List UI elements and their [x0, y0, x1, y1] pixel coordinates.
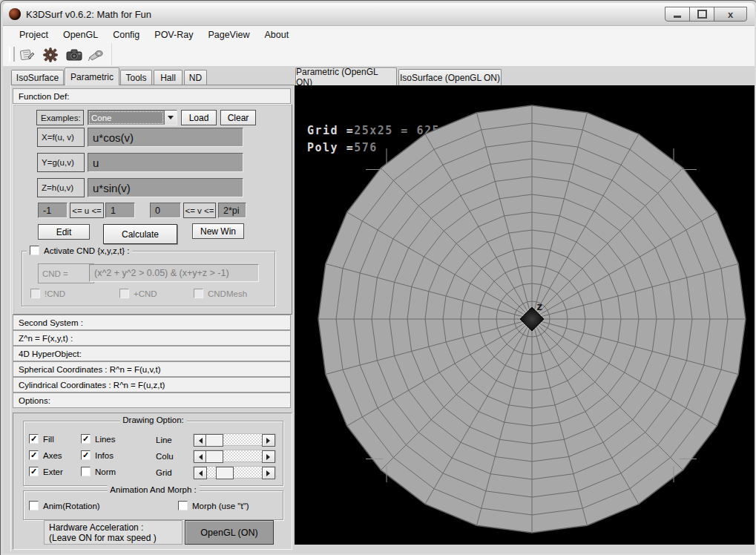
- menu-pageview[interactable]: PageView: [203, 28, 254, 42]
- menu-bar: Project OpenGL Config POV-Ray PageView A…: [3, 26, 755, 44]
- activate-cnd-checkbox[interactable]: [30, 246, 39, 255]
- minimize-button[interactable]: [665, 7, 690, 22]
- new-win-button[interactable]: New Win: [192, 223, 244, 239]
- v-max-input[interactable]: 2*pi: [218, 203, 246, 218]
- grid-slider[interactable]: [193, 466, 276, 479]
- infos-checkbox[interactable]: [81, 450, 91, 460]
- menu-about[interactable]: About: [259, 28, 294, 42]
- maximize-icon: [697, 10, 707, 19]
- menu-povray[interactable]: POV-Ray: [149, 28, 198, 42]
- opengl-toggle-button[interactable]: OpenGL (ON): [185, 520, 274, 545]
- arrow-right-icon: [266, 438, 273, 444]
- anim-rotation-label: Anim(Rotation): [43, 502, 100, 510]
- examples-selected-value: Cone: [88, 111, 164, 125]
- tab-tools[interactable]: Tools: [120, 70, 152, 85]
- section-zn[interactable]: Z^n = F(x,y,t) :: [13, 330, 291, 346]
- cndmesh-row: CNDMesh: [194, 289, 247, 298]
- notepad-icon[interactable]: [18, 46, 36, 64]
- fill-label: Fill: [43, 435, 54, 444]
- grid-slider-thumb[interactable]: [216, 467, 234, 479]
- z-function-label: Z=h(u,v): [37, 178, 85, 197]
- menu-project[interactable]: Project: [14, 28, 53, 42]
- z-function-input[interactable]: u*sin(v): [88, 178, 243, 197]
- opengl-viewport[interactable]: Grid =25x25 = 625Poly =576 z: [295, 85, 755, 545]
- section-4d-hyperobject[interactable]: 4D HyperObject:: [13, 346, 291, 361]
- tab-nd[interactable]: ND: [184, 70, 207, 85]
- tab-parametric[interactable]: Parametric: [65, 68, 119, 85]
- animation-group: Animation And Morph : Anim(Rotation) Mor…: [23, 490, 283, 520]
- camera-icon[interactable]: [65, 46, 83, 64]
- cnd-formula-input[interactable]: (x^2 + y^2 > 0.05) & (x+y+z > -1): [89, 264, 259, 282]
- u-range-label: <= u <=: [70, 203, 104, 218]
- chevron-down-icon: [168, 116, 174, 122]
- gear-icon[interactable]: [42, 46, 59, 64]
- line-slider-right-arrow[interactable]: [262, 434, 275, 447]
- axes-label: Axes: [43, 451, 62, 460]
- app-icon: [9, 8, 21, 20]
- tab-hall[interactable]: Hall: [154, 70, 183, 85]
- section-second-system[interactable]: Second System :: [13, 315, 291, 330]
- grid-slider-left-arrow[interactable]: [194, 467, 207, 479]
- arrow-right-icon: [266, 470, 273, 476]
- arrow-left-icon: [196, 438, 203, 444]
- close-button[interactable]: x: [714, 7, 747, 22]
- hw-label-line1: Hardware Acceleration :: [49, 522, 182, 533]
- icnd-checkbox[interactable]: [30, 289, 40, 298]
- line-slider[interactable]: [193, 433, 276, 446]
- fill-checkbox[interactable]: [29, 434, 39, 444]
- lines-label: Lines: [95, 435, 116, 444]
- cndmesh-checkbox[interactable]: [194, 289, 203, 298]
- minimize-icon: [674, 16, 681, 18]
- anim-rotation-row: Anim(Rotation): [29, 501, 100, 510]
- examples-combobox[interactable]: Cone: [88, 110, 177, 125]
- exter-checkbox[interactable]: [29, 467, 39, 476]
- combo-dropdown-button[interactable]: [164, 111, 177, 125]
- colu-slider-right-arrow[interactable]: [262, 450, 275, 463]
- morph-checkbox[interactable]: [178, 501, 188, 510]
- render-icon[interactable]: [88, 46, 105, 64]
- section-spherical[interactable]: Spherical Coordinates : R^n = F(u,v,t): [13, 361, 291, 377]
- line-slider-thumb[interactable]: [206, 434, 223, 447]
- calculate-button[interactable]: Calculate: [103, 224, 177, 244]
- clear-button[interactable]: Clear: [220, 110, 256, 125]
- norm-checkbox[interactable]: [81, 467, 91, 476]
- options-panel: Drawing Option: Fill Lines Axes: [13, 413, 292, 550]
- fill-row: Fill: [29, 434, 54, 444]
- parametric-mesh: z: [295, 85, 755, 545]
- activate-cnd-row: Activate CND {x,y,z,t} :: [27, 246, 132, 255]
- arrow-left-icon: [196, 454, 203, 460]
- axes-checkbox[interactable]: [29, 450, 39, 460]
- anim-rotation-checkbox[interactable]: [29, 501, 39, 510]
- toolbar-grip[interactable]: [9, 47, 15, 62]
- infos-row: Infos: [81, 450, 114, 460]
- icnd-row: !CND: [30, 289, 65, 298]
- v-min-input[interactable]: 0: [150, 203, 181, 218]
- title-bar[interactable]: K3DSurf v0.6.2: Math for Fun x: [3, 3, 755, 26]
- pluscnd-label: +CND: [134, 289, 157, 298]
- window-title: K3DSurf v0.6.2: Math for Fun: [26, 9, 151, 20]
- colu-slider[interactable]: [193, 450, 276, 462]
- edit-button[interactable]: Edit: [38, 224, 90, 240]
- y-function-input[interactable]: u: [88, 153, 243, 172]
- load-button[interactable]: Load: [181, 110, 217, 125]
- tab-parametric-view[interactable]: Parametric (OpenGL ON): [295, 68, 397, 85]
- function-def-header: Function Def:: [13, 88, 291, 104]
- hardware-acceleration-label: Hardware Acceleration : (Leave ON for ma…: [44, 520, 183, 545]
- x-function-input[interactable]: u*cos(v): [88, 128, 243, 147]
- examples-label: Examples:: [36, 110, 84, 125]
- u-min-input[interactable]: -1: [38, 203, 68, 218]
- grid-slider-right-arrow[interactable]: [262, 467, 275, 479]
- menu-config[interactable]: Config: [108, 28, 145, 42]
- u-max-input[interactable]: 1: [105, 203, 135, 218]
- section-cylindrical[interactable]: Cylindrical Coordinates : R^n = F(u,z,t): [13, 377, 291, 393]
- tab-isosurface[interactable]: IsoSurface: [11, 70, 64, 85]
- menu-opengl[interactable]: OpenGL: [58, 28, 103, 42]
- tab-isosurface-view[interactable]: IsoSurface (OpenGL ON): [398, 69, 502, 85]
- section-options[interactable]: Options:: [13, 393, 291, 408]
- maximize-button[interactable]: [689, 7, 714, 22]
- colu-slider-thumb[interactable]: [206, 450, 223, 463]
- lines-checkbox[interactable]: [81, 434, 91, 444]
- drawing-option-title: Drawing Option:: [119, 416, 186, 424]
- cnd-equals-label: CND =: [38, 263, 94, 283]
- pluscnd-checkbox[interactable]: [119, 289, 129, 298]
